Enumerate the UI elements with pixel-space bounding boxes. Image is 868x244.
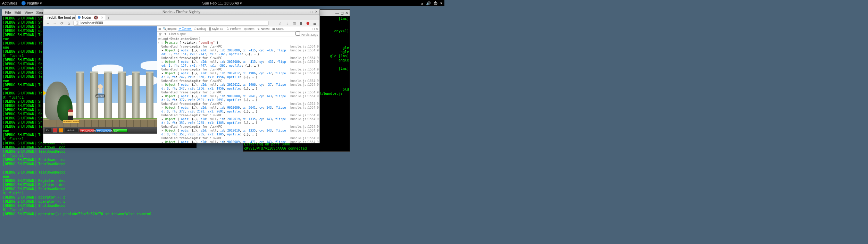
hp-bar: HP[30000/30000] xyxy=(79,129,94,132)
pillar xyxy=(118,71,126,120)
bookmark-icon[interactable]: ☆ xyxy=(278,21,283,26)
exp-bar: EXP xyxy=(112,129,128,132)
menu-icon[interactable]: ☰ xyxy=(312,21,317,26)
maximize-button[interactable]: ◻ xyxy=(341,11,344,15)
console-line[interactable]: ▸ Object { opts: {…}, eId: null, id: 901… xyxy=(158,140,319,143)
user-menu[interactable]: ▾ xyxy=(440,1,442,6)
level-label: LV. xyxy=(45,128,51,132)
tab-reddit[interactable]: reddit: the front page of t xyxy=(44,15,75,20)
tab-style[interactable]: {}Style Ed xyxy=(208,26,225,31)
window-title: Nodin - Firefox Nightly xyxy=(162,10,200,14)
filter-input[interactable] xyxy=(169,32,293,36)
quickslot-1[interactable] xyxy=(53,128,57,133)
pillar xyxy=(76,71,84,120)
player-character[interactable] xyxy=(97,84,104,94)
devtools-panel: ⊞ 🔍Inspec ▸Conso ⬡Debug {}Style Ed ⏱Perf… xyxy=(157,26,319,143)
console-line[interactable]: ≫LoginState.enterGame() xyxy=(158,37,319,41)
firefox-window: Nodin - Firefox Nightly — ◻ ✕ reddit: th… xyxy=(43,9,320,143)
back-button[interactable]: ← xyxy=(45,21,50,26)
home-button[interactable]: ⌂ xyxy=(66,21,71,26)
player-name-label: Admin xyxy=(95,94,105,98)
stone-floor xyxy=(43,119,157,127)
clock[interactable]: Sun Feb 11, 13:36:49 ▾ xyxy=(202,1,242,6)
menu-view[interactable]: View xyxy=(25,10,33,15)
pillar xyxy=(146,71,153,120)
devtools-close-icon[interactable]: ✕ xyxy=(316,27,318,31)
forward-button[interactable]: → xyxy=(52,21,57,26)
volume-icon[interactable]: 🔊 xyxy=(426,1,431,6)
console-line[interactable]: ▸ Object { opts: {…}, eId: null, id: 201… xyxy=(158,83,319,91)
game-status-bar: LV. Admin HP[30000/30000] MP[30000/30000… xyxy=(43,127,157,134)
tab-inspector[interactable]: 🔍Inspec xyxy=(162,26,178,31)
network-icon[interactable]: ▴ xyxy=(421,1,423,6)
tab-console[interactable]: ▸Conso xyxy=(178,26,192,31)
console-line[interactable]: Unhandled frame=imgdir for cls=NPCbundle… xyxy=(158,45,319,49)
page-actions-icon[interactable]: ⋯ xyxy=(271,21,276,26)
new-tab-button[interactable]: + xyxy=(106,16,111,20)
console-line[interactable]: ▸ Object { opts: {…}, eId: null, id: 901… xyxy=(158,94,319,102)
devtools-dock-icon[interactable]: ▢ xyxy=(312,27,315,31)
quickslot-2[interactable] xyxy=(59,128,63,133)
tab-network[interactable]: ↯Netwo xyxy=(256,26,271,31)
console-line[interactable]: Unhandled frame=imgdir for cls=NPCbundle… xyxy=(158,136,319,140)
tab-mute-icon[interactable]: 🔇 xyxy=(94,16,98,19)
game-canvas[interactable]: Monster Carnival Admin LV. Admin HP[3000… xyxy=(43,26,157,143)
tab-storage[interactable]: ▦Stora xyxy=(271,26,285,31)
window-titlebar[interactable]: Nodin - Firefox Nightly — ◻ ✕ xyxy=(43,9,319,15)
console-line[interactable]: Unhandled frame=imgdir for cls=NPCbundle… xyxy=(158,68,319,71)
devtools-tabs: ⊞ 🔍Inspec ▸Conso ⬡Debug {}Style Ed ⏱Perf… xyxy=(157,26,319,32)
reload-button[interactable]: ⟳ xyxy=(59,21,64,26)
tab-strip: reddit: the front page of t Nodin 🔇✕ + xyxy=(43,15,319,20)
filter-icon[interactable]: ▼ xyxy=(164,32,167,36)
console-output[interactable]: ≫LoginState.enterGame()←▸ Promise { <sta… xyxy=(157,36,319,143)
console-line[interactable]: Unhandled frame=imgdir for cls=NPCbundle… xyxy=(158,79,319,83)
tab-nodin[interactable]: Nodin 🔇✕ xyxy=(75,15,106,20)
console-line[interactable]: ▸ Object { opts: {…}, eId: null, id: 201… xyxy=(158,117,319,125)
console-line[interactable]: Unhandled frame=imgdir for cls=NPCbundle… xyxy=(158,56,319,60)
library-icon[interactable]: ▥ xyxy=(292,21,297,26)
pillar xyxy=(104,71,112,120)
console-filter-bar: 🗑 ▼ Persist Logs xyxy=(157,32,319,36)
console-line[interactable]: ▸ Object { opts: {…}, eId: null, id: 201… xyxy=(158,60,319,68)
gnome-topbar: Activities 🔵 Nightly ▾ Sun Feb 11, 13:36… xyxy=(0,0,444,6)
sidebar-icon[interactable]: ▮ xyxy=(299,21,303,26)
player-name: Admin xyxy=(65,128,78,132)
url-toolbar: ← → ⟳ ⌂ ⓘlocalhost:8000 ⋯ ☆ ↓ ▥ ▮ ⬢ ☰ xyxy=(43,20,319,26)
activities-button[interactable]: Activities xyxy=(2,1,17,6)
console-line[interactable]: Unhandled frame=imgdir for cls=NPCbundle… xyxy=(158,113,319,117)
tab-memory[interactable]: ◎Mem xyxy=(243,26,256,31)
trash-icon[interactable]: 🗑 xyxy=(159,32,162,36)
devtools-picker-icon[interactable]: ⊞ xyxy=(158,27,161,31)
console-line[interactable]: Unhandled frame=imgdir for cls=NPCbundle… xyxy=(158,102,319,106)
console-line[interactable]: ▸ Object { opts: {…}, eId: null, id: 901… xyxy=(158,106,319,113)
console-line[interactable]: ▸ Object { opts: {…}, eId: null, id: 201… xyxy=(158,129,319,136)
pillar xyxy=(132,71,140,120)
downloads-icon[interactable]: ↓ xyxy=(285,21,290,26)
persist-logs-checkbox[interactable]: Persist Logs xyxy=(295,31,318,36)
sign-monster-carnival: Monster Carnival xyxy=(63,120,80,123)
app-menu[interactable]: 🔵 Nightly ▾ xyxy=(21,1,42,6)
close-button[interactable]: ✕ xyxy=(345,11,348,15)
close-button[interactable]: ✕ xyxy=(314,10,318,14)
console-line[interactable]: ▸ Object { opts: {…}, eId: null, id: 201… xyxy=(158,71,319,79)
tab-performance[interactable]: ⏱Perform xyxy=(225,26,242,31)
console-line[interactable]: Unhandled frame=imgdir for cls=NPCbundle… xyxy=(158,91,319,94)
menu-file[interactable]: File xyxy=(5,10,11,15)
addon-icon[interactable]: ⬢ xyxy=(306,21,310,26)
console-line[interactable]: ▸ Object { opts: {…}, eId: null, id: 201… xyxy=(158,49,319,56)
cloud xyxy=(141,61,157,70)
menu-edit[interactable]: Edit xyxy=(15,10,21,15)
console-line[interactable]: Unhandled frame=imgdir for cls=NPCbundle… xyxy=(158,125,319,129)
minimize-button[interactable]: — xyxy=(304,10,308,14)
url-input[interactable]: ⓘlocalhost:8000 xyxy=(73,21,269,26)
npc-ringmaster[interactable] xyxy=(67,109,74,120)
power-icon[interactable]: ⏻ xyxy=(434,1,437,6)
tab-debugger[interactable]: ⬡Debug xyxy=(193,26,208,31)
nodin-favicon-icon xyxy=(78,16,81,19)
console-line[interactable]: ←▸ Promise { <state>: "pending" } xyxy=(158,41,319,45)
tab-close-icon[interactable]: ✕ xyxy=(101,16,103,19)
mp-bar: MP[30000/30000] xyxy=(96,129,111,132)
minimize-button[interactable]: — xyxy=(335,11,339,15)
info-icon[interactable]: ⓘ xyxy=(76,21,79,26)
maximize-button[interactable]: ◻ xyxy=(309,10,313,14)
